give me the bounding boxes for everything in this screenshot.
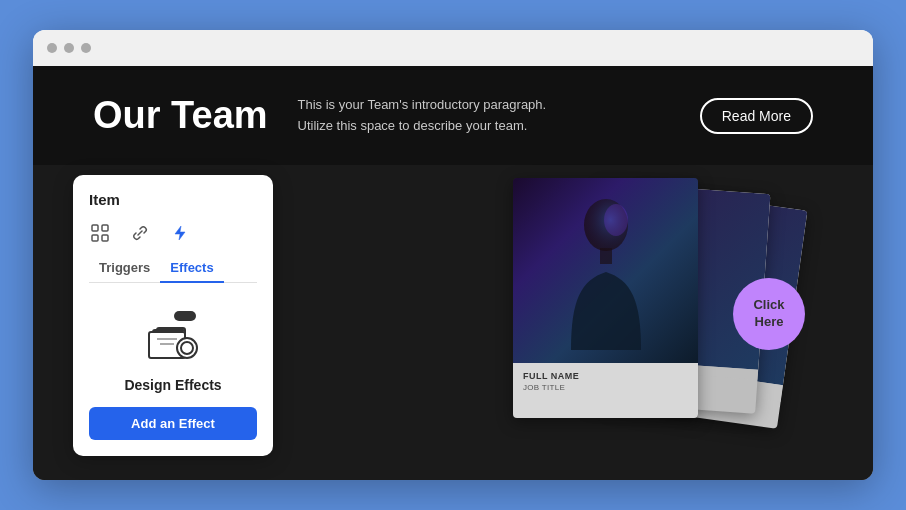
polaroid-caption: FULL NAME JOB TITLE [513, 363, 698, 418]
add-effect-button[interactable]: Add an Effect [89, 407, 257, 440]
browser-bar [33, 30, 873, 66]
browser-dot-2 [64, 43, 74, 53]
read-more-button[interactable]: Read More [700, 98, 813, 134]
pill-shape [174, 311, 196, 321]
panel-item-label: Item [89, 191, 257, 208]
hero-desc-line1: This is your Team's introductory paragra… [298, 95, 670, 116]
polaroid-stack: JOB [513, 178, 733, 458]
click-bubble-text: Click Here [753, 297, 784, 331]
link-icon[interactable] [129, 222, 151, 244]
panel-tabs: Triggers Effects [89, 254, 257, 283]
coin-shape [176, 337, 198, 359]
svg-rect-2 [92, 235, 98, 241]
browser-window: Our Team This is your Team's introductor… [33, 30, 873, 480]
browser-content: Our Team This is your Team's introductor… [33, 66, 873, 480]
tab-triggers[interactable]: Triggers [89, 254, 160, 283]
grid-icon[interactable] [89, 222, 111, 244]
hero-title: Our Team [93, 94, 268, 137]
svg-rect-1 [102, 225, 108, 231]
cards-area: JOB [433, 155, 813, 480]
panel-icons-row [89, 222, 257, 244]
hero-desc-line2: Utilize this space to describe your team… [298, 116, 670, 137]
tab-effects[interactable]: Effects [160, 254, 223, 283]
click-line1: Click [753, 297, 784, 312]
bolt-icon[interactable] [169, 222, 191, 244]
side-panel: Item [73, 175, 273, 456]
svg-point-7 [604, 204, 628, 236]
browser-dot-3 [81, 43, 91, 53]
polaroid-photo [513, 178, 698, 363]
polaroid-title: JOB TITLE [523, 383, 688, 392]
design-effects-label: Design Effects [89, 377, 257, 393]
design-effects-icon [89, 299, 257, 369]
click-here-bubble[interactable]: Click Here [733, 278, 805, 350]
hero-description: This is your Team's introductory paragra… [298, 95, 670, 137]
main-area: Item [33, 165, 873, 480]
browser-dot-1 [47, 43, 57, 53]
polaroid-name: FULL NAME [523, 371, 688, 381]
stacked-cards-icon [148, 309, 198, 359]
svg-rect-3 [102, 235, 108, 241]
polaroid-main: FULL NAME JOB TITLE [513, 178, 698, 418]
hero-section: Our Team This is your Team's introductor… [33, 66, 873, 165]
click-line2: Here [755, 314, 784, 329]
svg-rect-0 [92, 225, 98, 231]
person-svg [561, 190, 651, 350]
coin-inner [180, 341, 194, 355]
